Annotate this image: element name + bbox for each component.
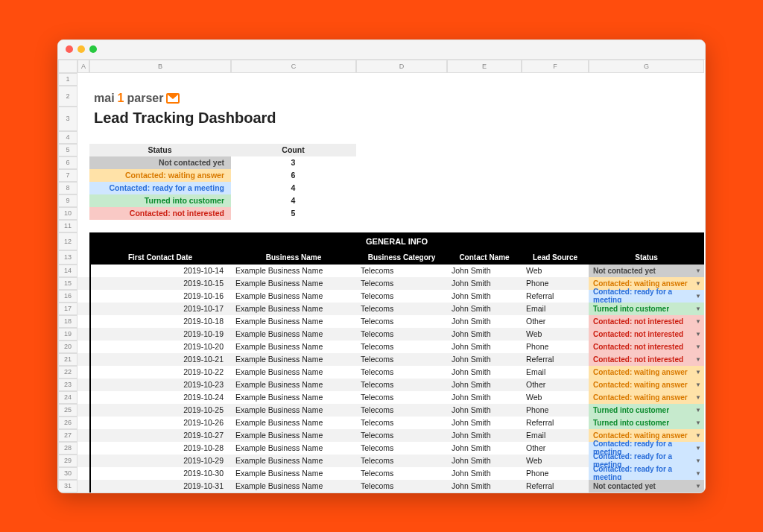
empty-cell[interactable] bbox=[77, 232, 89, 250]
cell-status-dropdown[interactable]: Not contacted yet▼ bbox=[589, 265, 704, 277]
cell-business-category[interactable]: Telecoms bbox=[356, 404, 447, 417]
cell-first-contact-date[interactable]: 2019-10-27 bbox=[89, 429, 231, 442]
cell-contact-name[interactable]: John Smith bbox=[447, 353, 522, 366]
cell-business-category[interactable]: Telecoms bbox=[356, 417, 447, 429]
empty-cell[interactable] bbox=[77, 353, 89, 366]
cell-business-name[interactable]: Example Business Name bbox=[231, 480, 356, 493]
cell-business-name[interactable]: Example Business Name bbox=[231, 290, 356, 303]
empty-cell[interactable] bbox=[589, 182, 704, 194]
cell-contact-name[interactable]: John Smith bbox=[447, 480, 522, 493]
cell-contact-name[interactable]: John Smith bbox=[447, 265, 522, 277]
cell-status-dropdown[interactable]: Not contacted yet▼ bbox=[589, 480, 704, 493]
empty-cell[interactable] bbox=[77, 442, 89, 455]
cell-business-category[interactable]: Telecoms bbox=[356, 290, 447, 303]
cell-first-contact-date[interactable]: 2019-10-19 bbox=[89, 328, 231, 341]
row-header[interactable]: 10 bbox=[58, 207, 77, 220]
column-header[interactable]: G bbox=[589, 60, 704, 73]
empty-cell[interactable] bbox=[77, 107, 89, 131]
cell-first-contact-date[interactable]: 2019-10-18 bbox=[89, 315, 231, 328]
cell-contact-name[interactable]: John Smith bbox=[447, 455, 522, 467]
row-header[interactable]: 30 bbox=[58, 467, 77, 480]
cell-business-category[interactable]: Telecoms bbox=[356, 303, 447, 315]
cell-lead-source[interactable]: Referral bbox=[522, 417, 589, 429]
row-header[interactable]: 6 bbox=[58, 156, 77, 169]
cell-first-contact-date[interactable]: 2019-10-29 bbox=[89, 455, 231, 467]
empty-cell[interactable] bbox=[522, 220, 589, 232]
cell-first-contact-date[interactable]: 2019-10-16 bbox=[89, 290, 231, 303]
empty-cell[interactable] bbox=[447, 73, 522, 86]
column-header[interactable]: E bbox=[447, 60, 522, 73]
cell-status-dropdown[interactable]: Contacted: ready for a meeting▼ bbox=[589, 290, 704, 303]
row-header[interactable]: 3 bbox=[58, 107, 77, 131]
minimize-icon[interactable] bbox=[77, 45, 85, 53]
cell-first-contact-date[interactable]: 2019-10-15 bbox=[89, 277, 231, 290]
empty-cell[interactable] bbox=[77, 404, 89, 417]
empty-cell[interactable] bbox=[77, 73, 89, 86]
empty-cell[interactable] bbox=[356, 220, 447, 232]
empty-cell[interactable] bbox=[522, 207, 589, 220]
cell-business-name[interactable]: Example Business Name bbox=[231, 353, 356, 366]
empty-cell[interactable] bbox=[77, 86, 89, 107]
cell-lead-source[interactable]: Phone bbox=[522, 467, 589, 480]
row-header[interactable]: 14 bbox=[58, 265, 77, 277]
empty-cell[interactable] bbox=[77, 303, 89, 315]
cell-lead-source[interactable]: Phone bbox=[522, 341, 589, 353]
row-header[interactable]: 16 bbox=[58, 290, 77, 303]
row-header[interactable]: 27 bbox=[58, 429, 77, 442]
empty-cell[interactable] bbox=[589, 207, 704, 220]
row-header[interactable]: 28 bbox=[58, 442, 77, 455]
empty-cell[interactable] bbox=[77, 429, 89, 442]
cell-first-contact-date[interactable]: 2019-10-25 bbox=[89, 404, 231, 417]
cell-business-category[interactable]: Telecoms bbox=[356, 315, 447, 328]
cell-lead-source[interactable]: Other bbox=[522, 379, 589, 391]
row-header[interactable]: 7 bbox=[58, 169, 77, 182]
column-header[interactable]: A bbox=[77, 60, 89, 73]
cell-contact-name[interactable]: John Smith bbox=[447, 404, 522, 417]
maximize-icon[interactable] bbox=[89, 45, 97, 53]
empty-cell[interactable] bbox=[522, 73, 589, 86]
empty-cell[interactable] bbox=[89, 73, 231, 86]
cell-status-dropdown[interactable]: Contacted: not interested▼ bbox=[589, 328, 704, 341]
empty-cell[interactable] bbox=[77, 455, 89, 467]
cell-lead-source[interactable]: Email bbox=[522, 429, 589, 442]
empty-cell[interactable] bbox=[77, 156, 89, 169]
row-header[interactable]: 1 bbox=[58, 73, 77, 86]
cell-status-dropdown[interactable]: Contacted: not interested▼ bbox=[589, 341, 704, 353]
empty-cell[interactable] bbox=[77, 169, 89, 182]
empty-cell[interactable] bbox=[447, 220, 522, 232]
cell-business-name[interactable]: Example Business Name bbox=[231, 404, 356, 417]
empty-cell[interactable] bbox=[356, 131, 447, 144]
empty-cell[interactable] bbox=[77, 131, 89, 144]
row-header[interactable]: 12 bbox=[58, 232, 77, 250]
cell-business-name[interactable]: Example Business Name bbox=[231, 417, 356, 429]
cell-first-contact-date[interactable]: 2019-10-26 bbox=[89, 417, 231, 429]
empty-cell[interactable] bbox=[447, 169, 522, 182]
row-header[interactable]: 26 bbox=[58, 417, 77, 429]
cell-business-name[interactable]: Example Business Name bbox=[231, 277, 356, 290]
empty-cell[interactable] bbox=[589, 156, 704, 169]
cell-first-contact-date[interactable]: 2019-10-17 bbox=[89, 303, 231, 315]
cell-first-contact-date[interactable]: 2019-10-22 bbox=[89, 366, 231, 379]
column-header[interactable]: B bbox=[89, 60, 231, 73]
cell-business-category[interactable]: Telecoms bbox=[356, 277, 447, 290]
empty-cell[interactable] bbox=[447, 194, 522, 207]
cell-lead-source[interactable]: Web bbox=[522, 455, 589, 467]
empty-cell[interactable] bbox=[522, 169, 589, 182]
column-header[interactable]: F bbox=[522, 60, 589, 73]
empty-cell[interactable] bbox=[77, 379, 89, 391]
empty-cell[interactable] bbox=[356, 169, 447, 182]
empty-cell[interactable] bbox=[522, 182, 589, 194]
empty-cell[interactable] bbox=[447, 182, 522, 194]
empty-cell[interactable] bbox=[522, 144, 589, 156]
cell-contact-name[interactable]: John Smith bbox=[447, 328, 522, 341]
row-header[interactable]: 23 bbox=[58, 379, 77, 391]
row-header[interactable]: 29 bbox=[58, 455, 77, 467]
cell-lead-source[interactable]: Referral bbox=[522, 290, 589, 303]
cell-first-contact-date[interactable]: 2019-10-21 bbox=[89, 353, 231, 366]
empty-cell[interactable] bbox=[356, 144, 447, 156]
empty-cell[interactable] bbox=[77, 315, 89, 328]
empty-cell[interactable] bbox=[589, 194, 704, 207]
empty-cell[interactable] bbox=[589, 131, 704, 144]
cell-business-category[interactable]: Telecoms bbox=[356, 341, 447, 353]
cell-status-dropdown[interactable]: Turned into customer▼ bbox=[589, 417, 704, 429]
